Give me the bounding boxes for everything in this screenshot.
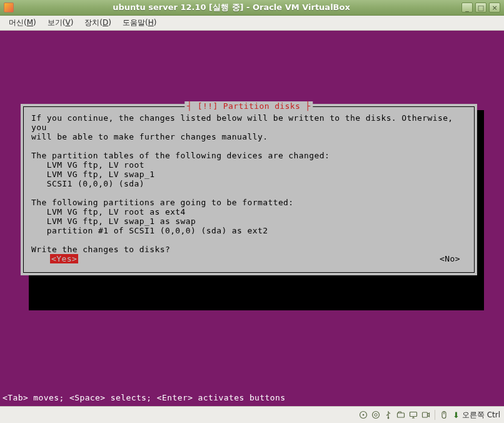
recording-icon[interactable]: [421, 410, 431, 420]
disk-icon[interactable]: [358, 410, 368, 420]
optical-icon[interactable]: [371, 410, 381, 420]
dialog-title: ┤ [!!] Partition disks ├: [184, 101, 313, 111]
minimize-button[interactable]: _: [461, 3, 473, 13]
window-control-buttons: _ □ ×: [461, 3, 504, 13]
menu-view[interactable]: 보기(V): [43, 16, 79, 30]
display-icon[interactable]: [408, 410, 418, 420]
maximize-button[interactable]: □: [475, 3, 486, 13]
svg-rect-7: [422, 412, 427, 417]
dialog-frame: ┤ [!!] Partition disks ├ If you continue…: [23, 106, 475, 273]
usb-icon[interactable]: [383, 410, 393, 420]
no-button[interactable]: <No>: [440, 254, 460, 263]
window-title: ubuntu server 12.10 [실행 중] - Oracle VM V…: [1, 2, 461, 13]
menu-devices[interactable]: 장치(D): [79, 16, 116, 30]
partition-disks-dialog: ┤ [!!] Partition disks ├ If you continue…: [21, 104, 477, 275]
installer-console: ┤ [!!] Partition disks ├ If you continue…: [0, 31, 504, 406]
menu-machine[interactable]: 머신(M): [4, 16, 41, 30]
close-button[interactable]: ×: [489, 3, 500, 13]
svg-rect-5: [397, 413, 404, 417]
dialog-body-text: If you continue, the changes listed belo…: [31, 113, 466, 254]
host-key-label: 오른쪽 Ctrl: [462, 410, 500, 420]
shared-folder-icon[interactable]: [396, 410, 406, 420]
svg-point-3: [375, 414, 377, 416]
menu-bar: 머신(M) 보기(V) 장치(D) 도움말(H): [0, 16, 504, 31]
svg-point-4: [388, 417, 390, 419]
dialog-button-row: <Yes> <No>: [31, 254, 466, 263]
mouse-integration-icon[interactable]: [439, 410, 449, 420]
host-key-arrow-icon: ⬇: [453, 410, 460, 420]
svg-point-2: [372, 412, 379, 419]
menu-help[interactable]: 도움말(H): [118, 16, 161, 30]
help-line: <Tab> moves; <Space> selects; <Enter> ac…: [3, 393, 285, 402]
host-key-indicator: ⬇ 오른쪽 Ctrl: [451, 410, 500, 420]
yes-button[interactable]: <Yes>: [50, 254, 78, 263]
vm-status-bar: ⬇ 오른쪽 Ctrl: [0, 406, 504, 423]
svg-point-1: [363, 414, 365, 416]
vm-guest-display[interactable]: ┤ [!!] Partition disks ├ If you continue…: [0, 31, 504, 406]
svg-rect-6: [410, 412, 416, 417]
statusbar-divider: [435, 410, 435, 420]
window-titlebar: ubuntu server 12.10 [실행 중] - Oracle VM V…: [0, 0, 504, 16]
